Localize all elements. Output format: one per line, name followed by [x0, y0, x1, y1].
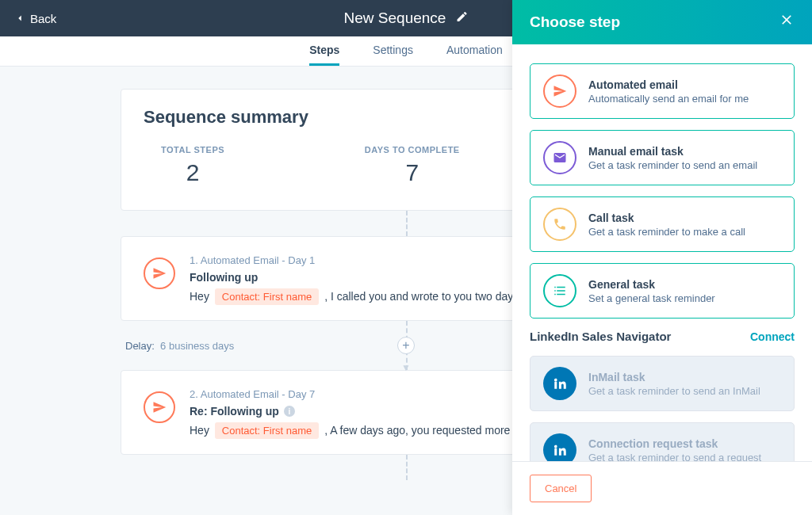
tab-automation[interactable]: Automation: [446, 36, 503, 66]
linkedin-section-header: LinkedIn Sales Navigator Connect: [530, 330, 795, 343]
stat-total-steps: TOTAL STEPS 2: [161, 145, 224, 186]
linkedin-connect-link[interactable]: Connect: [750, 330, 795, 343]
cancel-button[interactable]: Cancel: [530, 475, 592, 502]
chevron-left-icon: [14, 13, 25, 24]
arrow-down-icon: ▼: [401, 362, 411, 373]
panel-footer: Cancel: [512, 461, 812, 515]
back-label: Back: [30, 12, 56, 25]
close-icon: [779, 12, 795, 28]
tab-steps[interactable]: Steps: [309, 36, 339, 66]
merge-token: Contact: First name: [215, 288, 319, 305]
automated-email-icon: [144, 391, 175, 423]
info-icon[interactable]: i: [284, 406, 295, 417]
panel-title: Choose step: [530, 13, 620, 31]
phone-icon: [543, 208, 576, 241]
option-manual-email[interactable]: Manual email task Get a task reminder to…: [530, 130, 795, 185]
back-button[interactable]: Back: [14, 12, 56, 25]
page-title: New Sequence: [344, 10, 469, 27]
choose-step-panel: Choose step Automated email Automaticall…: [512, 0, 812, 515]
option-inmail-task: InMail task Get a task reminder to send …: [530, 356, 795, 411]
merge-token: Contact: First name: [215, 422, 319, 439]
linkedin-section-title: LinkedIn Sales Navigator: [530, 330, 671, 343]
add-step-button[interactable]: +: [397, 337, 415, 354]
delay-label[interactable]: Delay: 6 business days: [125, 340, 234, 352]
option-general-task[interactable]: General task Set a general task reminder: [530, 263, 795, 319]
close-panel-button[interactable]: [779, 12, 795, 32]
paper-plane-icon: [543, 74, 576, 108]
tab-settings[interactable]: Settings: [373, 36, 413, 66]
option-automated-email[interactable]: Automated email Automatically send an em…: [530, 63, 795, 119]
pencil-icon: [455, 10, 468, 23]
edit-title-button[interactable]: [455, 10, 468, 27]
envelope-icon: [543, 141, 576, 174]
option-call-task[interactable]: Call task Get a task reminder to make a …: [530, 196, 795, 252]
option-connection-request-task: Connection request task Get a task remin…: [530, 422, 795, 461]
panel-header: Choose step: [512, 0, 812, 44]
stat-days-to-complete: DAYS TO COMPLETE 7: [365, 145, 460, 186]
linkedin-icon: [543, 433, 576, 461]
linkedin-icon: [543, 367, 576, 400]
list-icon: [543, 274, 576, 307]
automated-email-icon: [144, 258, 175, 289]
panel-body: Automated email Automatically send an em…: [512, 44, 812, 461]
paper-plane-icon: [152, 400, 167, 414]
paper-plane-icon: [152, 266, 167, 280]
